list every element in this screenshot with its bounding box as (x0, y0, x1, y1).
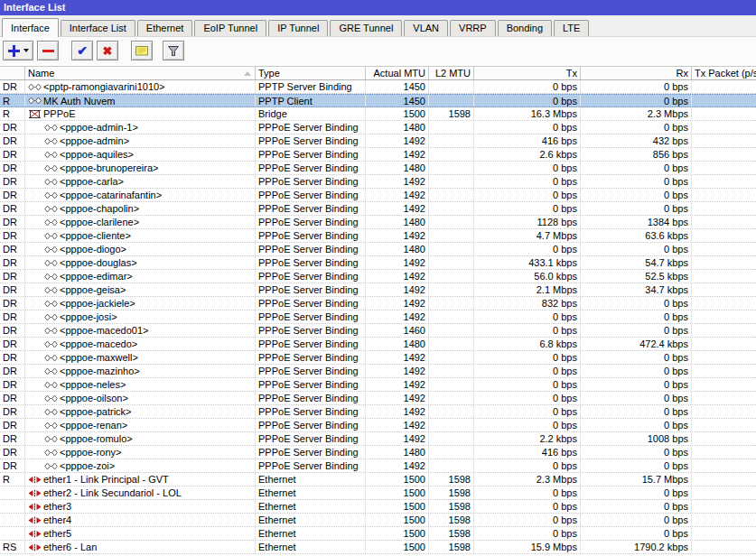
cell-l2_mtu (429, 95, 474, 107)
filter-button[interactable] (163, 41, 184, 60)
table-row[interactable]: RSether6 - LanEthernet1500159815.9 Mbps1… (0, 541, 756, 554)
tab-interface-list[interactable]: Interface List (61, 20, 135, 36)
column-header-tx_packet[interactable]: Tx Packet (p/s (692, 67, 756, 79)
table-row[interactable]: RPPPoEBridge1500159816.3 Mbps2.3 Mbps (0, 107, 756, 121)
enable-button[interactable]: ✔ (71, 41, 93, 60)
cell-name: <pppoe-catarinafantin> (25, 189, 256, 201)
cell-type: Ethernet (256, 500, 366, 513)
add-button[interactable] (3, 41, 33, 60)
cell-tx: 0 bps (474, 405, 581, 418)
column-header-rx[interactable]: Rx (581, 67, 692, 79)
table-row[interactable]: DR<pppoe-renan>PPPoE Server Binding14920… (0, 419, 756, 432)
table-row[interactable]: DR<pppoe-chapolin>PPPoE Server Binding14… (0, 202, 756, 216)
table-row[interactable]: DR<pppoe-carla>PPPoE Server Binding14920… (0, 175, 756, 189)
table-row[interactable]: DR<pppoe-clarilene>PPPoE Server Binding1… (0, 216, 756, 229)
cell-tx_packet (692, 95, 756, 107)
table-row[interactable]: DR<pppoe-douglas>PPPoE Server Binding149… (0, 256, 756, 270)
cell-actual_mtu: 1492 (366, 378, 429, 391)
table-row[interactable]: DR<pptp-ramongiavarini1010>PPTP Server B… (0, 80, 756, 94)
interface-name: <pppoe-maxwell> (60, 352, 138, 363)
cell-tx: 0 bps (474, 527, 581, 540)
cell-name: <pptp-ramongiavarini1010> (25, 80, 256, 93)
table-row[interactable]: DR<pppoe-diogo>PPPoE Server Binding14800… (0, 243, 756, 256)
table-row[interactable]: DR<pppoe-josi>PPPoE Server Binding14920 … (0, 310, 756, 324)
cell-tx_packet (692, 338, 756, 350)
table-row[interactable]: DR<pppoe-maxwell>PPPoE Server Binding149… (0, 351, 756, 365)
cell-flags (0, 486, 25, 499)
interface-name: <pppoe-clarilene> (60, 217, 139, 227)
cell-l2_mtu (429, 80, 474, 93)
cell-type: PPPoE Server Binding (256, 459, 366, 472)
table-row[interactable]: ether4Ethernet150015980 bps0 bps (0, 514, 756, 527)
comment-button[interactable] (131, 41, 153, 60)
ethernet-interface-icon (28, 489, 42, 497)
column-header-type[interactable]: Type (256, 67, 366, 79)
table-row[interactable]: DR<pppoe-oilson>PPPoE Server Binding1492… (0, 392, 756, 405)
cell-l2_mtu (429, 256, 474, 269)
table-row[interactable]: DR<pppoe-edimar>PPPoE Server Binding1492… (0, 270, 756, 283)
table-row[interactable]: DR<pppoe-aquiles>PPPoE Server Binding149… (0, 148, 756, 162)
disable-button[interactable]: ✖ (97, 41, 118, 60)
table-row[interactable]: DR<pppoe-zoi>PPPoE Server Binding14920 b… (0, 459, 756, 473)
cell-l2_mtu (429, 162, 474, 174)
cell-name: PPPoE (25, 107, 256, 120)
cell-name: <pppoe-romulo> (25, 432, 256, 445)
tab-ip-tunnel[interactable]: IP Tunnel (268, 20, 328, 36)
cell-l2_mtu (429, 148, 474, 161)
table-row[interactable]: DR<pppoe-admin>PPPoE Server Binding14924… (0, 134, 756, 148)
table-row[interactable]: DR<pppoe-romulo>PPPoE Server Binding1492… (0, 432, 756, 446)
cell-type: PPPoE Server Binding (256, 202, 366, 215)
table-row[interactable]: ether3Ethernet150015980 bps0 bps (0, 500, 756, 514)
column-header-actual_mtu[interactable]: Actual MTU (366, 67, 429, 79)
column-header-tx[interactable]: Tx (474, 67, 581, 79)
table-row[interactable]: DR<pppoe-cliente>PPPoE Server Binding149… (0, 229, 756, 243)
cell-tx_packet (692, 148, 756, 161)
table-row[interactable]: DR<pppoe-macedo01>PPPoE Server Binding14… (0, 324, 756, 338)
column-header-label: Rx (677, 67, 688, 79)
cell-tx_packet (692, 283, 756, 296)
cell-tx_packet (692, 256, 756, 269)
window-titlebar[interactable]: Interface List (0, 0, 756, 15)
cell-actual_mtu: 1450 (366, 95, 429, 107)
ppp-interface-icon (44, 422, 58, 430)
cell-l2_mtu (429, 243, 474, 255)
table-row[interactable]: DR<pppoe-catarinafantin>PPPoE Server Bin… (0, 189, 756, 202)
table-row[interactable]: DR<pppoe-macedo>PPPoE Server Binding1480… (0, 338, 756, 351)
column-header-flags[interactable] (0, 67, 25, 79)
table-row[interactable]: ether5Ethernet150015980 bps0 bps (0, 527, 756, 541)
cell-l2_mtu (429, 324, 474, 337)
ppp-interface-icon (44, 218, 58, 227)
table-row[interactable]: RMK Auth NuvemPPTP Client14500 bps0 bps (0, 94, 756, 107)
table-row[interactable]: DR<pppoe-admin-1>PPPoE Server Binding148… (0, 121, 756, 134)
tab-vlan[interactable]: VLAN (404, 20, 448, 36)
table-row[interactable]: DR<pppoe-brunopereira>PPPoE Server Bindi… (0, 162, 756, 175)
column-header-l2_mtu[interactable]: L2 MTU (429, 67, 474, 79)
cell-name: <pppoe-macedo01> (25, 324, 256, 337)
tab-gre-tunnel[interactable]: GRE Tunnel (330, 20, 402, 36)
table-row[interactable]: DR<pppoe-geisa>PPPoE Server Binding14922… (0, 283, 756, 297)
cell-rx: 0 bps (581, 514, 692, 526)
tab-lte[interactable]: LTE (554, 20, 589, 36)
table-row[interactable]: DR<pppoe-jackiele>PPPoE Server Binding14… (0, 297, 756, 310)
cell-actual_mtu: 1480 (366, 243, 429, 255)
tab-vrrp[interactable]: VRRP (450, 20, 496, 36)
table-row[interactable]: Rether1 - Link Principal - GVTEthernet15… (0, 473, 756, 486)
column-header-name[interactable]: Name (25, 67, 256, 79)
cell-tx: 0 bps (474, 486, 581, 499)
cell-type: PPPoE Server Binding (256, 446, 366, 459)
sort-ascending-icon (244, 71, 251, 76)
remove-button[interactable] (37, 41, 59, 60)
table-row[interactable]: DR<pppoe-rony>PPPoE Server Binding148041… (0, 446, 756, 459)
tab-ethernet[interactable]: Ethernet (137, 20, 193, 36)
tab-eoip-tunnel[interactable]: EoIP Tunnel (194, 20, 266, 36)
cell-l2_mtu (429, 338, 474, 350)
table-row[interactable]: DR<pppoe-patrick>PPPoE Server Binding149… (0, 405, 756, 419)
cell-actual_mtu: 1492 (366, 283, 429, 296)
table-row[interactable]: ether2 - Link Secundariol - LOLEthernet1… (0, 486, 756, 500)
cell-actual_mtu: 1480 (366, 446, 429, 459)
table-row[interactable]: DR<pppoe-neles>PPPoE Server Binding14920… (0, 378, 756, 392)
table-row[interactable]: DR<pppoe-mazinho>PPPoE Server Binding149… (0, 365, 756, 378)
cell-tx_packet (692, 541, 756, 553)
tab-bonding[interactable]: Bonding (498, 20, 552, 36)
tab-interface[interactable]: Interface (2, 18, 59, 37)
